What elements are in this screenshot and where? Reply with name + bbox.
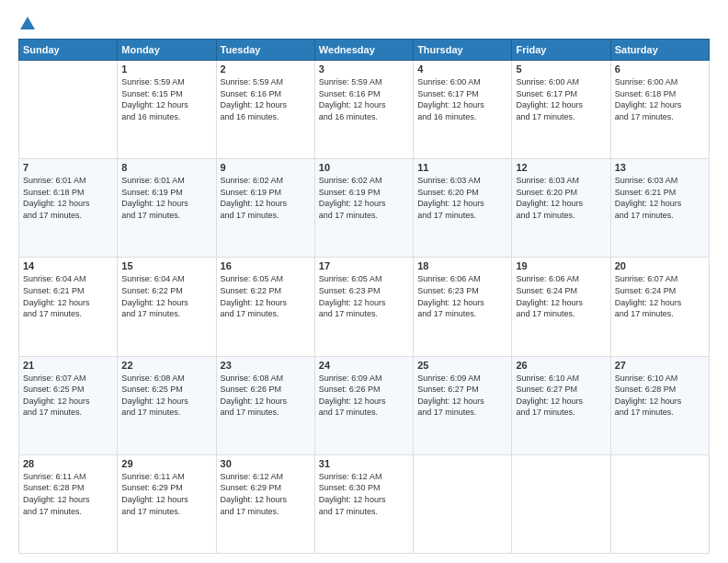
day-info: Sunrise: 6:01 AM Sunset: 6:18 PM Dayligh… <box>23 176 90 220</box>
calendar-table: SundayMondayTuesdayWednesdayThursdayFrid… <box>18 39 710 554</box>
calendar-cell: 26 Sunrise: 6:10 AM Sunset: 6:27 PM Dayl… <box>512 356 610 454</box>
day-number: 12 <box>516 162 606 173</box>
day-number: 31 <box>319 458 409 469</box>
calendar-cell: 19 Sunrise: 6:06 AM Sunset: 6:24 PM Dayl… <box>512 258 610 356</box>
day-info: Sunrise: 6:08 AM Sunset: 6:26 PM Dayligh… <box>221 373 288 418</box>
day-number: 15 <box>121 260 211 271</box>
day-info: Sunrise: 6:04 AM Sunset: 6:22 PM Dayligh… <box>121 274 188 318</box>
day-info: Sunrise: 6:10 AM Sunset: 6:28 PM Dayligh… <box>615 373 682 418</box>
calendar-cell: 20 Sunrise: 6:07 AM Sunset: 6:24 PM Dayl… <box>610 258 709 356</box>
day-number: 21 <box>23 360 113 371</box>
calendar-cell: 5 Sunrise: 6:00 AM Sunset: 6:17 PM Dayli… <box>512 61 610 159</box>
day-info: Sunrise: 6:01 AM Sunset: 6:19 PM Dayligh… <box>121 176 188 220</box>
calendar-cell: 1 Sunrise: 5:59 AM Sunset: 6:15 PM Dayli… <box>118 61 216 159</box>
calendar-week-row: 1 Sunrise: 5:59 AM Sunset: 6:15 PM Dayli… <box>19 61 710 159</box>
calendar-day-header: Tuesday <box>216 40 314 61</box>
calendar-cell: 7 Sunrise: 6:01 AM Sunset: 6:18 PM Dayli… <box>19 159 118 258</box>
calendar-day-header: Wednesday <box>314 40 413 61</box>
day-number: 6 <box>615 63 705 75</box>
day-number: 20 <box>615 260 705 271</box>
calendar-cell: 13 Sunrise: 6:03 AM Sunset: 6:21 PM Dayl… <box>610 159 709 258</box>
day-info: Sunrise: 6:03 AM Sunset: 6:21 PM Dayligh… <box>615 176 682 220</box>
day-number: 28 <box>23 458 113 469</box>
day-info: Sunrise: 6:09 AM Sunset: 6:26 PM Dayligh… <box>319 373 386 418</box>
day-number: 13 <box>615 162 705 173</box>
day-number: 2 <box>221 63 311 75</box>
day-info: Sunrise: 6:12 AM Sunset: 6:29 PM Dayligh… <box>221 472 288 516</box>
calendar-week-row: 21 Sunrise: 6:07 AM Sunset: 6:25 PM Dayl… <box>19 356 710 454</box>
calendar-cell: 25 Sunrise: 6:09 AM Sunset: 6:27 PM Dayl… <box>414 356 512 454</box>
day-info: Sunrise: 6:03 AM Sunset: 6:20 PM Dayligh… <box>516 176 583 220</box>
day-info: Sunrise: 6:11 AM Sunset: 6:29 PM Dayligh… <box>121 472 188 516</box>
day-number: 8 <box>121 162 211 173</box>
calendar-day-header: Friday <box>512 40 610 61</box>
day-number: 26 <box>516 360 606 371</box>
calendar-cell: 23 Sunrise: 6:08 AM Sunset: 6:26 PM Dayl… <box>216 356 314 454</box>
logo <box>18 17 35 31</box>
day-number: 5 <box>516 63 606 75</box>
calendar-cell: 9 Sunrise: 6:02 AM Sunset: 6:19 PM Dayli… <box>216 159 314 258</box>
calendar-cell: 12 Sunrise: 6:03 AM Sunset: 6:20 PM Dayl… <box>512 159 610 258</box>
calendar-week-row: 14 Sunrise: 6:04 AM Sunset: 6:21 PM Dayl… <box>19 258 710 356</box>
day-info: Sunrise: 6:07 AM Sunset: 6:25 PM Dayligh… <box>23 373 90 418</box>
calendar-cell: 27 Sunrise: 6:10 AM Sunset: 6:28 PM Dayl… <box>610 356 709 454</box>
day-info: Sunrise: 6:00 AM Sunset: 6:18 PM Dayligh… <box>615 77 682 121</box>
day-number: 22 <box>121 360 211 371</box>
day-info: Sunrise: 6:06 AM Sunset: 6:23 PM Dayligh… <box>417 274 484 318</box>
day-number: 18 <box>417 260 507 271</box>
calendar-cell: 15 Sunrise: 6:04 AM Sunset: 6:22 PM Dayl… <box>118 258 216 356</box>
day-number: 4 <box>417 63 507 75</box>
calendar-cell: 3 Sunrise: 5:59 AM Sunset: 6:16 PM Dayli… <box>314 61 413 159</box>
calendar-day-header: Monday <box>118 40 216 61</box>
day-number: 11 <box>417 162 507 173</box>
day-number: 30 <box>221 458 311 469</box>
day-info: Sunrise: 6:08 AM Sunset: 6:25 PM Dayligh… <box>121 373 188 418</box>
calendar-cell: 14 Sunrise: 6:04 AM Sunset: 6:21 PM Dayl… <box>19 258 118 356</box>
calendar-day-header: Sunday <box>19 40 118 61</box>
calendar-header-row: SundayMondayTuesdayWednesdayThursdayFrid… <box>19 40 710 61</box>
day-info: Sunrise: 6:09 AM Sunset: 6:27 PM Dayligh… <box>417 373 484 418</box>
day-info: Sunrise: 6:00 AM Sunset: 6:17 PM Dayligh… <box>417 77 484 121</box>
calendar-cell <box>414 454 512 553</box>
calendar-week-row: 7 Sunrise: 6:01 AM Sunset: 6:18 PM Dayli… <box>19 159 710 258</box>
day-number: 27 <box>615 360 705 371</box>
calendar-day-header: Saturday <box>610 40 709 61</box>
day-info: Sunrise: 6:03 AM Sunset: 6:20 PM Dayligh… <box>417 176 484 220</box>
calendar-cell: 22 Sunrise: 6:08 AM Sunset: 6:25 PM Dayl… <box>118 356 216 454</box>
day-number: 23 <box>221 360 311 371</box>
day-number: 17 <box>319 260 409 271</box>
day-info: Sunrise: 6:05 AM Sunset: 6:22 PM Dayligh… <box>221 274 288 318</box>
day-number: 14 <box>23 260 113 271</box>
calendar-cell: 11 Sunrise: 6:03 AM Sunset: 6:20 PM Dayl… <box>414 159 512 258</box>
calendar-cell: 29 Sunrise: 6:11 AM Sunset: 6:29 PM Dayl… <box>118 454 216 553</box>
day-number: 3 <box>319 63 409 75</box>
day-info: Sunrise: 6:04 AM Sunset: 6:21 PM Dayligh… <box>23 274 90 318</box>
day-info: Sunrise: 6:11 AM Sunset: 6:28 PM Dayligh… <box>23 472 90 516</box>
day-number: 16 <box>221 260 311 271</box>
day-number: 19 <box>516 260 606 271</box>
day-info: Sunrise: 6:07 AM Sunset: 6:24 PM Dayligh… <box>615 274 682 318</box>
day-info: Sunrise: 5:59 AM Sunset: 6:16 PM Dayligh… <box>221 77 288 121</box>
day-number: 24 <box>319 360 409 371</box>
calendar-cell: 21 Sunrise: 6:07 AM Sunset: 6:25 PM Dayl… <box>19 356 118 454</box>
day-info: Sunrise: 6:12 AM Sunset: 6:30 PM Dayligh… <box>319 472 386 516</box>
day-info: Sunrise: 6:02 AM Sunset: 6:19 PM Dayligh… <box>221 176 288 220</box>
day-info: Sunrise: 6:10 AM Sunset: 6:27 PM Dayligh… <box>516 373 583 418</box>
day-info: Sunrise: 6:00 AM Sunset: 6:17 PM Dayligh… <box>516 77 583 121</box>
header <box>18 17 710 31</box>
day-number: 29 <box>121 458 211 469</box>
calendar-cell: 6 Sunrise: 6:00 AM Sunset: 6:18 PM Dayli… <box>610 61 709 159</box>
calendar-cell: 16 Sunrise: 6:05 AM Sunset: 6:22 PM Dayl… <box>216 258 314 356</box>
day-info: Sunrise: 6:02 AM Sunset: 6:19 PM Dayligh… <box>319 176 386 220</box>
calendar-cell: 18 Sunrise: 6:06 AM Sunset: 6:23 PM Dayl… <box>414 258 512 356</box>
calendar-cell <box>19 61 118 159</box>
calendar-cell: 28 Sunrise: 6:11 AM Sunset: 6:28 PM Dayl… <box>19 454 118 553</box>
day-number: 25 <box>417 360 507 371</box>
calendar-week-row: 28 Sunrise: 6:11 AM Sunset: 6:28 PM Dayl… <box>19 454 710 553</box>
calendar-cell: 4 Sunrise: 6:00 AM Sunset: 6:17 PM Dayli… <box>414 61 512 159</box>
calendar-cell <box>512 454 610 553</box>
day-number: 1 <box>121 63 211 75</box>
page: SundayMondayTuesdayWednesdayThursdayFrid… <box>0 0 728 563</box>
calendar-cell: 10 Sunrise: 6:02 AM Sunset: 6:19 PM Dayl… <box>314 159 413 258</box>
day-number: 7 <box>23 162 113 173</box>
